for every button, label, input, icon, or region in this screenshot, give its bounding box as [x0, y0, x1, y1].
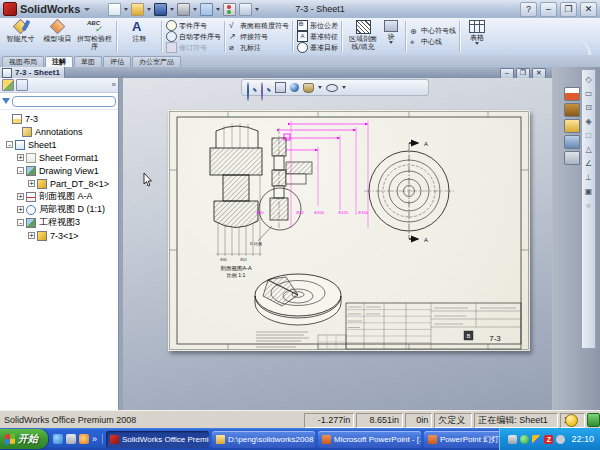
datum-target-button[interactable]: 基准目标: [297, 43, 338, 53]
tree-item-annotations[interactable]: Annotations: [0, 125, 118, 138]
panel-flyout-icon[interactable]: »: [112, 80, 116, 90]
input-method-tray-icon[interactable]: Z: [544, 435, 553, 444]
datum-feature-button[interactable]: A基准特征: [297, 32, 338, 42]
undo-caret-icon[interactable]: [216, 8, 220, 11]
help-button[interactable]: ?: [520, 2, 537, 17]
center-mark-button[interactable]: ⊕中心符号线: [410, 26, 456, 36]
surface-finish-button[interactable]: √表面粗糙度符号: [229, 21, 289, 31]
print-icon[interactable]: [177, 3, 190, 16]
centerline-tool-icon[interactable]: ⊥: [584, 173, 594, 182]
tab-view-layout[interactable]: 视图布局: [2, 56, 44, 67]
green-status-tray-icon[interactable]: [520, 435, 529, 444]
rebuild-icon[interactable]: [223, 3, 236, 16]
hide-show-caret-icon[interactable]: [342, 86, 346, 89]
hatch-tool-icon[interactable]: ◈: [584, 117, 594, 126]
previous-view-icon[interactable]: [275, 82, 286, 93]
smart-dimension-button[interactable]: 智能尺寸: [2, 18, 39, 55]
zoom-to-fit-icon[interactable]: [247, 82, 249, 101]
geometric-tolerance-button[interactable]: 形位公差: [297, 21, 338, 31]
tree-item-section-view[interactable]: + 剖面视图 A-A: [0, 190, 118, 203]
hole-callout-button[interactable]: ⌀孔标注: [229, 43, 289, 53]
datum-tool-icon[interactable]: △: [584, 145, 594, 154]
menu-flyout-caret-icon[interactable]: [84, 8, 90, 11]
area-hatch-button[interactable]: 区域剖面线/填充: [346, 18, 380, 55]
model-items-button[interactable]: 模型项目: [39, 18, 76, 55]
tab-evaluate[interactable]: 评估: [103, 56, 131, 67]
tree-item-sheet-format[interactable]: + Sheet Format1: [0, 151, 118, 164]
note-button[interactable]: A 注释: [121, 18, 158, 55]
internet-explorer-icon[interactable]: [53, 434, 63, 444]
target-tool-icon[interactable]: ○: [584, 201, 594, 210]
show-desktop-icon[interactable]: [66, 434, 76, 444]
tables-button[interactable]: 表格: [464, 18, 490, 55]
property-manager-tab-icon[interactable]: [16, 79, 28, 91]
tree-item-drawing-view1[interactable]: - Drawing View1: [0, 164, 118, 177]
expand-icon[interactable]: +: [28, 180, 35, 187]
collapse-icon[interactable]: -: [17, 219, 24, 226]
solidworks-resources-tab[interactable]: [564, 87, 580, 101]
expand-icon[interactable]: +: [17, 193, 24, 200]
taskbar-item-solidworks[interactable]: SolidWorks Office Premiu...: [106, 431, 209, 448]
new-document-icon[interactable]: [108, 3, 121, 16]
restore-button[interactable]: ❐: [560, 2, 577, 17]
block-tool-icon[interactable]: □: [584, 131, 594, 140]
expand-icon[interactable]: +: [28, 232, 35, 239]
help-indicator-icon[interactable]: [565, 414, 578, 427]
drawing-sheet[interactable]: Φ30 Φ52 剖面视图A-A 比例 1:1: [168, 110, 530, 351]
start-button[interactable]: 开始: [0, 429, 48, 449]
undo-icon[interactable]: [200, 3, 213, 16]
tree-item-root[interactable]: 7-3: [0, 112, 118, 125]
gray-tray-icon[interactable]: [556, 435, 565, 444]
block-button[interactable]: 块: [380, 18, 402, 55]
drag-handle-tab[interactable]: [564, 151, 580, 165]
top-circular-view[interactable]: A A: [364, 141, 454, 243]
collapse-icon[interactable]: -: [17, 167, 24, 174]
open-icon[interactable]: [131, 3, 144, 16]
collapse-icon[interactable]: -: [6, 141, 13, 148]
tab-annotation[interactable]: 注解: [45, 56, 73, 67]
new-caret-icon[interactable]: [124, 8, 128, 11]
view-palette-tab[interactable]: [564, 135, 580, 149]
tree-item-sheet1[interactable]: - Sheet1: [0, 138, 118, 151]
section-view-a-a[interactable]: Φ30 Φ52 剖面视图A-A 比例 1:1: [210, 123, 262, 279]
tab-office-products[interactable]: 办公室产品: [132, 56, 181, 67]
note-tool-icon[interactable]: ▭: [584, 89, 594, 98]
dimension-tool-icon[interactable]: ◇: [584, 75, 594, 84]
table-tool-icon[interactable]: ▣: [584, 187, 594, 196]
printer-tray-icon[interactable]: [508, 435, 517, 444]
save-icon[interactable]: [154, 3, 167, 16]
taskbar-item-powerpoint[interactable]: Microsoft PowerPoint - [...: [318, 431, 421, 448]
feature-manager-tab-icon[interactable]: [2, 79, 14, 91]
tree-item-drawing-view3[interactable]: - 工程视图3: [0, 216, 118, 229]
dimensioned-view[interactable]: D 比例 Φ30 Φ52 Φ100 Φ120 Φ160: [250, 121, 369, 247]
taskbar-item-folder[interactable]: D:\peng\solidworks2008: [212, 431, 315, 448]
title-block[interactable]: B 7-3: [346, 303, 521, 349]
graphics-area[interactable]: Φ30 Φ52 剖面视图A-A 比例 1:1: [123, 78, 552, 410]
media-player-icon[interactable]: [79, 434, 89, 444]
tree-item-part-dt8[interactable]: + Part_DT_8<1>: [0, 177, 118, 190]
display-caret-icon[interactable]: [318, 86, 322, 89]
expand-icon[interactable]: +: [17, 154, 24, 161]
block-caret-icon[interactable]: [389, 41, 393, 44]
weld-tool-icon[interactable]: ∠: [584, 159, 594, 168]
zoom-to-area-icon[interactable]: [261, 82, 263, 101]
close-button[interactable]: ✕: [580, 2, 597, 17]
hide-show-items-icon[interactable]: [326, 84, 338, 92]
quick-tips-icon[interactable]: [587, 413, 600, 427]
quick-launch-more-icon[interactable]: »: [92, 434, 97, 444]
auto-balloon-button[interactable]: 自动零件序号: [166, 32, 221, 42]
tree-item-detail-view[interactable]: + 局部视图 D (1:1): [0, 203, 118, 216]
expand-icon[interactable]: +: [17, 206, 24, 213]
spell-checker-button[interactable]: ABC✓ 拼写检验程序: [76, 18, 113, 55]
save-caret-icon[interactable]: [170, 8, 174, 11]
color-app-tray-icon[interactable]: [532, 435, 541, 444]
tables-caret-icon[interactable]: [475, 42, 479, 45]
tree-item-part-73[interactable]: + 7-3<1>: [0, 229, 118, 242]
design-library-tab[interactable]: [564, 103, 580, 117]
print-caret-icon[interactable]: [193, 8, 197, 11]
section-view-icon[interactable]: [303, 83, 314, 93]
balloon-tool-icon[interactable]: ⊡: [584, 103, 594, 112]
centerline-button[interactable]: ⌖中心线: [410, 37, 456, 47]
balloon-button[interactable]: 零件序号: [166, 21, 221, 31]
open-caret-icon[interactable]: [147, 8, 151, 11]
